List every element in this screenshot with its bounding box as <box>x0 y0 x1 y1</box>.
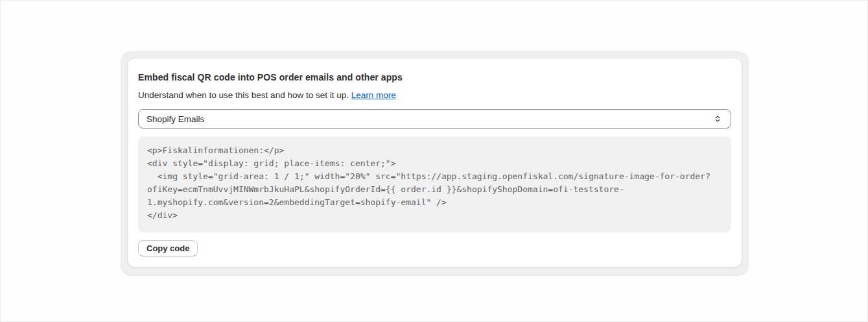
card-title: Embed fiscal QR code into POS order emai… <box>138 71 731 84</box>
embed-target-select[interactable]: Shopify Emails <box>138 109 731 129</box>
code-line: <p>Fiskalinformationen:</p> <box>147 144 722 157</box>
code-line: 1.myshopify.com&version=2&embeddingTarge… <box>147 196 722 209</box>
card-description: Understand when to use this best and how… <box>138 89 731 102</box>
caret-updown-icon <box>712 113 723 125</box>
code-line: </div> <box>147 209 722 222</box>
copy-code-button[interactable]: Copy code <box>138 240 198 256</box>
qr-embed-settings-card: Embed fiscal QR code into POS order emai… <box>127 58 742 267</box>
code-line: ofiKey=ecmTnmUvvjMINWmrbJkuHaPL&shopifyO… <box>147 183 722 196</box>
embed-target-select-value: Shopify Emails <box>147 114 204 124</box>
code-line: <div style="display: grid; place-items: … <box>147 157 722 170</box>
page-background: Embed fiscal QR code into POS order emai… <box>0 0 868 322</box>
learn-more-link[interactable]: Learn more <box>351 90 396 100</box>
embed-code-block: <p>Fiskalinformationen:</p><div style="d… <box>138 136 731 232</box>
code-line: <img style="grid-area: 1 / 1;" width="20… <box>147 170 722 183</box>
embedded-app-card-wrapper: Embed fiscal QR code into POS order emai… <box>121 51 749 276</box>
card-description-text: Understand when to use this best and how… <box>138 90 349 100</box>
